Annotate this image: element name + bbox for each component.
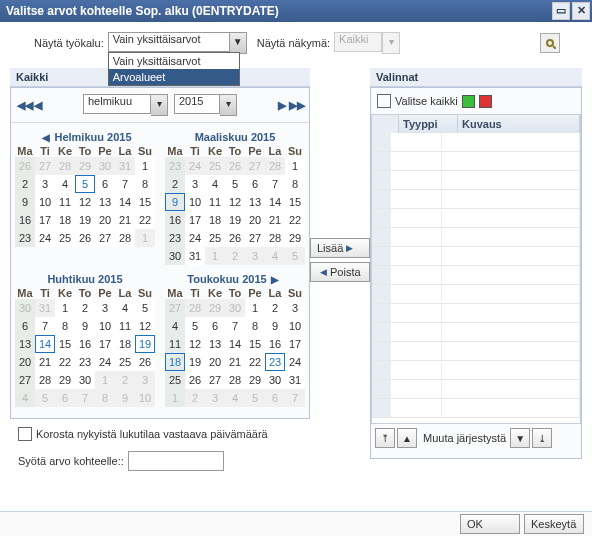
day-cell[interactable]: 28 xyxy=(115,229,135,247)
day-cell[interactable]: 26 xyxy=(135,353,155,371)
exclude-swatch-icon[interactable] xyxy=(479,95,492,108)
prev-year-icon[interactable]: ◀◀ xyxy=(17,99,31,112)
day-cell[interactable]: 6 xyxy=(245,175,265,193)
day-cell[interactable]: 20 xyxy=(95,211,115,229)
day-cell[interactable]: 23 xyxy=(165,229,185,247)
day-cell[interactable]: 17 xyxy=(35,211,55,229)
day-cell[interactable]: 31 xyxy=(185,247,205,265)
day-cell[interactable]: 11 xyxy=(55,193,75,211)
prev-icon[interactable]: ◀ xyxy=(42,132,50,143)
remove-button[interactable]: ◀Poista xyxy=(310,262,370,282)
col-type[interactable]: Tyyppi xyxy=(399,115,458,133)
select-all-checkbox[interactable] xyxy=(377,94,391,108)
day-cell[interactable]: 22 xyxy=(135,211,155,229)
table-row[interactable] xyxy=(372,247,580,266)
day-cell[interactable]: 22 xyxy=(245,353,265,371)
day-cell[interactable]: 24 xyxy=(95,353,115,371)
day-cell[interactable]: 1 xyxy=(285,157,305,175)
table-row[interactable] xyxy=(372,304,580,323)
day-cell[interactable]: 15 xyxy=(55,335,75,353)
day-cell[interactable]: 19 xyxy=(185,353,205,371)
day-cell[interactable]: 7 xyxy=(35,317,55,335)
table-row[interactable] xyxy=(372,323,580,342)
day-cell[interactable]: 3 xyxy=(185,175,205,193)
table-row[interactable] xyxy=(372,171,580,190)
day-cell[interactable]: 19 xyxy=(135,335,155,353)
day-cell[interactable]: 9 xyxy=(165,193,185,211)
day-cell[interactable]: 21 xyxy=(225,353,245,371)
day-cell[interactable]: 13 xyxy=(205,335,225,353)
day-cell[interactable]: 28 xyxy=(265,229,285,247)
day-cell[interactable]: 5 xyxy=(225,175,245,193)
day-cell[interactable]: 9 xyxy=(265,317,285,335)
table-row[interactable] xyxy=(372,152,580,171)
day-cell[interactable]: 25 xyxy=(55,229,75,247)
day-cell[interactable]: 18 xyxy=(205,211,225,229)
day-cell[interactable]: 2 xyxy=(75,299,95,317)
day-cell[interactable]: 2 xyxy=(165,175,185,193)
day-cell[interactable]: 27 xyxy=(205,371,225,389)
table-row[interactable] xyxy=(372,285,580,304)
day-cell[interactable]: 12 xyxy=(225,193,245,211)
day-cell[interactable]: 11 xyxy=(165,335,185,353)
day-cell[interactable]: 5 xyxy=(75,175,95,193)
day-cell[interactable]: 17 xyxy=(185,211,205,229)
settings-icon[interactable] xyxy=(540,33,560,53)
day-cell[interactable]: 2 xyxy=(15,175,35,193)
table-row[interactable] xyxy=(372,133,580,152)
table-row[interactable] xyxy=(372,209,580,228)
day-cell[interactable]: 21 xyxy=(265,211,285,229)
day-cell[interactable]: 26 xyxy=(75,229,95,247)
day-cell[interactable]: 15 xyxy=(135,193,155,211)
day-cell[interactable]: 3 xyxy=(285,299,305,317)
col-desc[interactable]: Kuvaus xyxy=(458,115,580,133)
next-year-icon[interactable]: ▶▶ xyxy=(289,99,303,112)
day-cell[interactable]: 2 xyxy=(265,299,285,317)
move-top-icon[interactable]: ⤒ xyxy=(375,428,395,448)
day-cell[interactable]: 22 xyxy=(285,211,305,229)
day-cell[interactable]: 12 xyxy=(185,335,205,353)
day-cell[interactable]: 26 xyxy=(185,371,205,389)
day-cell[interactable]: 10 xyxy=(185,193,205,211)
close-icon[interactable]: ✕ xyxy=(572,2,590,20)
day-cell[interactable]: 17 xyxy=(285,335,305,353)
day-cell[interactable]: 28 xyxy=(35,371,55,389)
day-cell[interactable]: 19 xyxy=(75,211,95,229)
day-cell[interactable]: 25 xyxy=(205,229,225,247)
day-cell[interactable]: 16 xyxy=(265,335,285,353)
day-cell[interactable]: 6 xyxy=(95,175,115,193)
day-cell[interactable]: 15 xyxy=(245,335,265,353)
minimize-icon[interactable]: ▭ xyxy=(552,2,570,20)
day-cell[interactable]: 17 xyxy=(95,335,115,353)
day-cell[interactable]: 14 xyxy=(265,193,285,211)
dropdown-icon[interactable]: ▼ xyxy=(230,32,247,54)
day-cell[interactable]: 14 xyxy=(225,335,245,353)
day-cell[interactable]: 23 xyxy=(265,353,285,371)
day-cell[interactable]: 3 xyxy=(95,299,115,317)
day-cell[interactable]: 4 xyxy=(115,299,135,317)
day-cell[interactable]: 8 xyxy=(285,175,305,193)
table-row[interactable] xyxy=(372,228,580,247)
day-cell[interactable]: 30 xyxy=(265,371,285,389)
dropdown-icon[interactable]: ▾ xyxy=(151,94,168,116)
day-cell[interactable]: 20 xyxy=(245,211,265,229)
day-cell[interactable]: 10 xyxy=(35,193,55,211)
day-cell[interactable]: 5 xyxy=(185,317,205,335)
day-cell[interactable]: 10 xyxy=(95,317,115,335)
show-tool-combo[interactable]: Vain yksittäisarvot ▼ Vain yksittäisarvo… xyxy=(108,32,247,54)
day-cell[interactable]: 4 xyxy=(205,175,225,193)
day-cell[interactable]: 18 xyxy=(55,211,75,229)
table-row[interactable] xyxy=(372,342,580,361)
day-cell[interactable]: 13 xyxy=(15,335,35,353)
day-cell[interactable]: 1 xyxy=(55,299,75,317)
day-cell[interactable]: 9 xyxy=(15,193,35,211)
dropdown-icon[interactable]: ▾ xyxy=(220,94,237,116)
table-row[interactable] xyxy=(372,361,580,380)
table-row[interactable] xyxy=(372,266,580,285)
day-cell[interactable]: 7 xyxy=(115,175,135,193)
day-cell[interactable]: 4 xyxy=(55,175,75,193)
day-cell[interactable]: 8 xyxy=(135,175,155,193)
day-cell[interactable]: 30 xyxy=(75,371,95,389)
day-cell[interactable]: 30 xyxy=(165,247,185,265)
day-cell[interactable]: 16 xyxy=(15,211,35,229)
